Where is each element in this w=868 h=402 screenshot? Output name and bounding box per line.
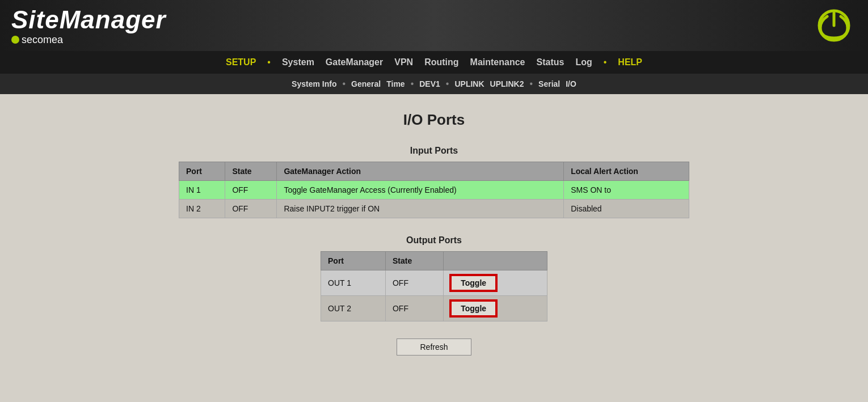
nav-dot-2: •: [604, 57, 607, 67]
subnav-dot-2: •: [411, 79, 414, 89]
output-ports-table: Port State OUT 1OFFToggleOUT 2OFFToggle: [321, 251, 547, 321]
input-row-gatemanager-action: Raise INPUT2 trigger if ON: [277, 200, 564, 218]
input-row-local-alert: Disabled: [564, 200, 689, 218]
input-table-row: IN 1OFFToggle GateManager Access (Curren…: [179, 181, 689, 200]
output-table-row: OUT 1OFFToggle: [321, 270, 547, 296]
output-col-state: State: [385, 252, 443, 270]
input-table-row: IN 2OFFRaise INPUT2 trigger if ONDisable…: [179, 200, 689, 218]
output-table-header-row: Port State: [321, 252, 547, 270]
nav-status[interactable]: Status: [536, 57, 564, 67]
nav-routing[interactable]: Routing: [424, 57, 458, 67]
output-row-state: OFF: [385, 270, 443, 296]
page-title: I/O Ports: [23, 111, 845, 129]
input-col-port: Port: [179, 162, 225, 181]
input-row-state: OFF: [225, 200, 277, 218]
logo-sitemanager: SiteManager: [11, 6, 166, 34]
input-ports-section: Input Ports Port State GateManager Actio…: [179, 146, 689, 218]
nav-system[interactable]: System: [282, 57, 314, 67]
input-ports-title: Input Ports: [179, 146, 689, 156]
subnav-uplink[interactable]: UPLINK: [454, 79, 484, 88]
content: I/O Ports Input Ports Port State GateMan…: [0, 94, 868, 373]
nav-dot-1: •: [267, 57, 271, 67]
subnav-general[interactable]: General: [351, 79, 381, 88]
toggle-button-1[interactable]: Toggle: [450, 275, 496, 291]
subnav-dot-4: •: [529, 79, 533, 89]
output-ports-section: Output Ports Port State OUT 1OFFToggleOU…: [321, 235, 547, 321]
input-row-port: IN 1: [179, 181, 225, 200]
subnav-uplink2[interactable]: UPLINK2: [490, 79, 524, 88]
output-col-action: [444, 252, 547, 270]
input-table-header-row: Port State GateManager Action Local Aler…: [179, 162, 689, 181]
nav-maintenance[interactable]: Maintenance: [470, 57, 525, 67]
logo-secomea: secomea: [11, 34, 166, 46]
toggle-button-2[interactable]: Toggle: [450, 301, 496, 316]
header: SiteManager secomea: [0, 0, 868, 51]
subnav-dot-1: •: [342, 79, 345, 89]
output-ports-title: Output Ports: [321, 235, 547, 246]
sub-nav: System Info • General Time • DEV1 • UPLI…: [0, 74, 868, 94]
subnav-time[interactable]: Time: [386, 79, 404, 88]
input-col-local-alert: Local Alert Action: [564, 162, 689, 181]
nav-vpn[interactable]: VPN: [394, 57, 413, 67]
input-row-gatemanager-action: Toggle GateManager Access (Currently Ena…: [277, 181, 564, 200]
input-ports-table: Port State GateManager Action Local Aler…: [179, 162, 689, 218]
refresh-button[interactable]: Refresh: [397, 338, 471, 356]
secomea-dot-icon: [11, 36, 19, 44]
logo-area: SiteManager secomea: [11, 6, 166, 46]
input-row-state: OFF: [225, 181, 277, 200]
subnav-io[interactable]: I/O: [566, 79, 576, 88]
subnav-dot-3: •: [446, 79, 449, 89]
input-row-local-alert: SMS ON to: [564, 181, 689, 200]
output-row-state: OFF: [385, 296, 443, 321]
output-col-port: Port: [321, 252, 386, 270]
output-row-port: OUT 2: [321, 296, 386, 321]
power-icon[interactable]: [817, 9, 851, 43]
input-col-gatemanager: GateManager Action: [277, 162, 564, 181]
output-row-toggle-cell: Toggle: [444, 270, 547, 296]
refresh-container: Refresh: [23, 338, 845, 356]
subnav-system-info[interactable]: System Info: [292, 79, 336, 88]
output-row-toggle-cell: Toggle: [444, 296, 547, 321]
logo-secomea-text: secomea: [22, 34, 63, 46]
output-row-port: OUT 1: [321, 270, 386, 296]
output-table-row: OUT 2OFFToggle: [321, 296, 547, 321]
input-col-state: State: [225, 162, 277, 181]
input-row-port: IN 2: [179, 200, 225, 218]
nav-setup[interactable]: SETUP: [226, 57, 256, 67]
nav-help[interactable]: HELP: [618, 57, 642, 67]
main-nav: SETUP • System GateManager VPN Routing M…: [0, 51, 868, 74]
subnav-dev1[interactable]: DEV1: [419, 79, 440, 88]
nav-log[interactable]: Log: [575, 57, 592, 67]
subnav-serial[interactable]: Serial: [538, 79, 560, 88]
nav-gatemanager[interactable]: GateManager: [326, 57, 383, 67]
